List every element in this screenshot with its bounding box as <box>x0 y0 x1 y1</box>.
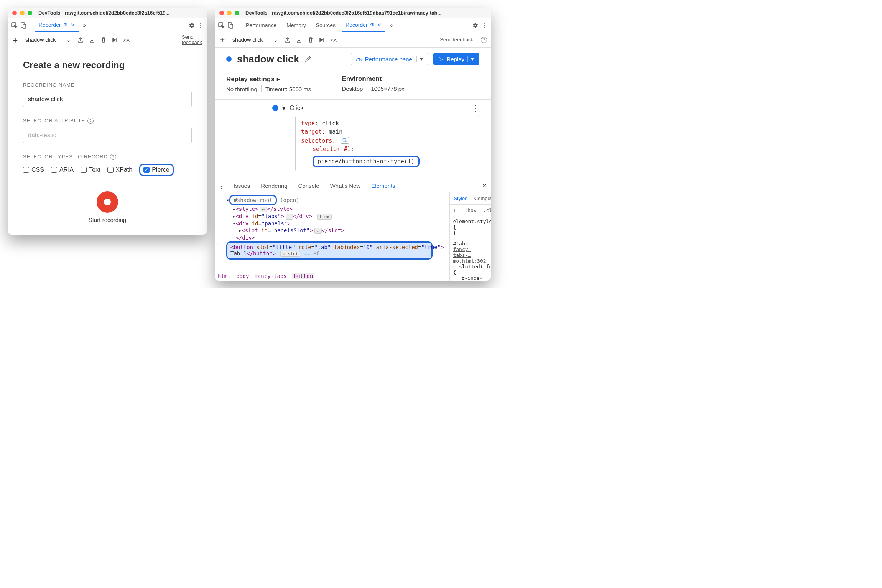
kebab-icon[interactable]: ⋮ <box>472 103 479 113</box>
chevron-down-icon[interactable]: ⌄ <box>273 37 278 43</box>
drawer-tab-rendering[interactable]: Rendering <box>259 180 289 192</box>
selector-attr-input[interactable]: data-testid <box>23 128 192 143</box>
close-drawer-icon[interactable]: ✕ <box>482 182 487 189</box>
close-tab-icon[interactable]: ✕ <box>71 22 75 28</box>
style-rule[interactable]: element.style { <box>453 218 488 230</box>
send-feedback-link[interactable]: Send feedback <box>182 34 203 46</box>
chevron-down-icon[interactable]: ▾ <box>467 56 474 62</box>
rule-selector[interactable]: #tabs <box>453 241 468 246</box>
inspect-icon[interactable] <box>218 22 225 29</box>
hov-toggle[interactable]: :hov <box>461 205 480 215</box>
import-icon[interactable] <box>296 36 303 43</box>
selector-attr-label: SELECTOR ATTRIBUTE ? <box>23 118 192 124</box>
chevron-down-icon[interactable]: ▾ <box>416 56 423 62</box>
more-actions-icon[interactable]: ⋯ <box>216 241 219 248</box>
checkbox-css[interactable]: CSS <box>23 166 44 173</box>
traffic-max-icon[interactable] <box>235 11 239 15</box>
traffic-close-icon[interactable] <box>219 11 224 15</box>
close-tab-icon[interactable]: ✕ <box>377 22 382 28</box>
dom-node-selected[interactable]: <button slot="title" role="tab" tabindex… <box>226 241 433 260</box>
kebab-icon[interactable]: ⋮ <box>219 182 224 189</box>
speed-icon[interactable] <box>123 36 130 43</box>
replay-settings-toggle[interactable]: Replay settings ▸ <box>226 75 311 83</box>
recording-select[interactable]: shadow click <box>232 37 263 43</box>
crumb-fancy-tabs[interactable]: fancy-tabs <box>254 273 286 279</box>
checkbox-aria[interactable]: ARIA <box>51 166 74 173</box>
recording-select[interactable]: shadow click <box>25 37 56 43</box>
window-title: DevTools - rawgit.com/ebidel/2d2bb0cdec3… <box>35 10 202 16</box>
traffic-close-icon[interactable] <box>12 11 17 15</box>
dom-tree[interactable]: ▾#shadow-root (open) ▸<style>⋯</style> ▸… <box>215 192 449 271</box>
shadow-root-node[interactable]: #shadow-root <box>229 195 276 205</box>
drawer-tab-console[interactable]: Console <box>297 180 321 192</box>
drawer-tab-issues[interactable]: Issues <box>232 180 252 192</box>
play-step-icon[interactable] <box>319 36 326 43</box>
recording-header: shadow click Performance panel ▾ ▷ Repla… <box>215 48 491 71</box>
add-icon[interactable]: ＋ <box>12 35 19 45</box>
dom-node[interactable]: ▸<style>⋯</style> <box>216 205 449 213</box>
recording-name-label: RECORDING NAME <box>23 82 192 88</box>
css-property[interactable]: z-index: 1; i <box>453 275 488 281</box>
styles-tab[interactable]: Styles <box>453 193 468 204</box>
crumb-button[interactable]: button <box>292 273 315 279</box>
edit-icon[interactable] <box>304 56 311 62</box>
recording-name-input[interactable]: shadow click <box>23 92 192 107</box>
trash-icon[interactable] <box>100 36 107 43</box>
more-tabs-icon[interactable]: » <box>81 22 88 29</box>
rule-selector[interactable]: ::slotted(:focus) { <box>453 264 488 275</box>
tab-recorder[interactable]: Recorder ⚗ ✕ <box>35 19 79 32</box>
source-link[interactable]: fancy-tabs-…mo.html:302 <box>453 246 488 264</box>
export-icon[interactable] <box>284 36 291 43</box>
device-icon[interactable] <box>227 22 234 29</box>
trash-icon[interactable] <box>307 36 314 43</box>
device-icon[interactable] <box>20 22 27 29</box>
traffic-max-icon[interactable] <box>28 11 32 15</box>
help-icon[interactable]: ? <box>481 37 487 43</box>
kebab-icon[interactable]: ⋮ <box>197 22 204 29</box>
send-feedback-link[interactable]: Send feedback <box>440 37 473 43</box>
cls-toggle[interactable]: .cls <box>480 205 491 215</box>
titlebar: DevTools - rawgit.com/ebidel/2d2bb0cdec3… <box>8 8 207 18</box>
checkbox-xpath[interactable]: XPath <box>107 166 133 173</box>
checkbox-text[interactable]: Text <box>81 166 100 173</box>
dom-node[interactable]: ▾<div id="panels"> <box>216 220 449 227</box>
gear-icon[interactable] <box>188 22 195 29</box>
reveal-slot-icon[interactable]: ↪ slot <box>280 251 300 257</box>
step-name[interactable]: Click <box>290 104 304 112</box>
help-icon[interactable]: ? <box>110 154 116 160</box>
dom-node[interactable]: ▸<div id="tabs">⋯</div> flex <box>216 213 449 220</box>
filter-input[interactable]: F <box>450 205 461 215</box>
traffic-min-icon[interactable] <box>20 11 25 15</box>
replay-button[interactable]: ▷ Replay ▾ <box>433 53 479 65</box>
expand-icon[interactable]: ▾ <box>282 104 286 112</box>
tab-sources[interactable]: Sources <box>312 19 339 31</box>
kebab-icon[interactable]: ⋮ <box>481 22 488 29</box>
inspect-icon[interactable] <box>11 22 18 29</box>
add-icon[interactable]: ＋ <box>219 34 226 45</box>
tab-recorder[interactable]: Recorder ⚗ ✕ <box>342 19 385 32</box>
chevron-down-icon[interactable]: ⌄ <box>66 37 71 43</box>
crumb-body[interactable]: body <box>236 273 249 279</box>
more-tabs-icon[interactable]: » <box>388 22 395 29</box>
start-recording-button[interactable] <box>97 191 118 213</box>
drawer-tab-elements[interactable]: Elements <box>370 180 397 192</box>
import-icon[interactable] <box>89 36 95 43</box>
checkbox-pierce[interactable]: ✓Pierce <box>139 164 173 176</box>
tab-performance[interactable]: Performance <box>242 19 280 31</box>
speed-icon[interactable] <box>330 36 337 43</box>
performance-panel-button[interactable]: Performance panel ▾ <box>351 53 428 65</box>
tab-memory[interactable]: Memory <box>283 19 310 31</box>
dom-node[interactable]: </div> <box>216 234 449 241</box>
computed-tab[interactable]: Computed <box>474 193 491 204</box>
drawer-tab-whatsnew[interactable]: What's New <box>329 180 362 192</box>
titlebar: DevTools - rawgit.com/ebidel/2d2bb0cdec3… <box>215 8 491 18</box>
traffic-min-icon[interactable] <box>227 11 232 15</box>
dom-node[interactable]: ▸<slot id="panelsSlot">⋯</slot> <box>216 227 449 234</box>
export-icon[interactable] <box>77 36 84 43</box>
help-icon[interactable]: ? <box>87 118 94 124</box>
play-step-icon[interactable] <box>112 36 118 43</box>
crumb-html[interactable]: html <box>218 273 231 279</box>
pick-element-icon[interactable] <box>341 137 349 144</box>
gear-icon[interactable] <box>472 22 479 29</box>
selector-value[interactable]: pierce/button:nth-of-type(1) <box>313 156 420 167</box>
